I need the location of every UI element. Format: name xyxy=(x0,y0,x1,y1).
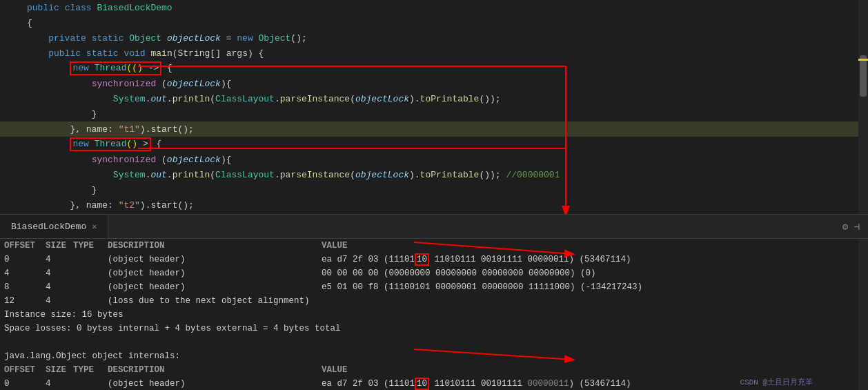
tab-biasedlockdemo[interactable]: BiasedLockDemo ✕ xyxy=(0,215,108,239)
console-row-3: 12 4 (loss due to the next object alignm… xyxy=(0,294,868,308)
code-text: public static void main(String[] args) { xyxy=(24,48,868,59)
code-text: { xyxy=(24,18,868,28)
code-line: } xyxy=(0,106,868,121)
editor-scrollbar[interactable] xyxy=(858,0,868,214)
settings-gear-icon[interactable]: ⚙ ⊣ xyxy=(842,221,868,233)
thread2-line: new Thread() > { xyxy=(0,137,868,152)
watermark: CSDN @土且日月充羊 xyxy=(740,377,813,387)
console-header-row: OFFSET SIZE TYPE DESCRIPTION VALUE xyxy=(0,239,868,253)
space-losses: Space losses: 0 bytes internal + 4 bytes… xyxy=(0,322,868,335)
code-text: new Thread() > { xyxy=(24,137,868,151)
code-line: }, name: "t1").start(); xyxy=(0,121,868,137)
code-line: }, name: "t2").start(); xyxy=(0,197,868,213)
console-row-1: 4 4 (object header) 00 00 00 00 (0000000… xyxy=(0,266,868,280)
console-row-0: 0 4 (object header) ea d7 2f 03 (1110110… xyxy=(0,253,868,266)
console-scrollbar[interactable] xyxy=(858,239,868,390)
code-text: }, name: "t1").start(); xyxy=(24,124,868,135)
console-area: OFFSET SIZE TYPE DESCRIPTION VALUE 0 4 (… xyxy=(0,238,868,390)
code-line: private static Object objectLock = new O… xyxy=(0,30,868,46)
code-line: } xyxy=(0,182,868,197)
code-line: System.out.println(ClassLayout.parseInst… xyxy=(0,91,868,106)
code-text: public class BiasedLockDemo xyxy=(24,3,868,13)
code-text: System.out.println(ClassLayout.parseInst… xyxy=(24,170,868,180)
console-row-2: 8 4 (object header) e5 01 00 f8 (1110010… xyxy=(0,280,868,294)
col-offset: OFFSET xyxy=(4,241,46,251)
code-text: } xyxy=(24,109,868,119)
code-text: } xyxy=(24,185,868,195)
code-text: private static Object objectLock = new O… xyxy=(24,33,868,43)
col-desc: DESCRIPTION xyxy=(108,241,322,251)
code-line: { xyxy=(0,15,868,30)
code-text: System.out.println(ClassLayout.parseInst… xyxy=(24,94,868,104)
code-text: }, name: "t2").start(); xyxy=(24,200,868,211)
blank-line xyxy=(0,335,868,349)
editor-area: public class BiasedLockDemo { private st… xyxy=(0,0,868,214)
thread1-line: new Thread(() -> { xyxy=(0,61,868,76)
code-line: public static void main(String[] args) { xyxy=(0,46,868,61)
code-line: synchronized (objectLock){ xyxy=(0,76,868,91)
tab-bar: BiasedLockDemo ✕ ⚙ ⊣ xyxy=(0,214,868,238)
tab-label: BiasedLockDemo xyxy=(11,222,86,232)
instance-size: Instance size: 16 bytes xyxy=(0,308,868,322)
col-type: TYPE xyxy=(73,241,108,251)
console2-row-0: 0 4 (object header) ea d7 2f 03 (1110110… xyxy=(0,377,868,390)
code-text: new Thread(() -> { xyxy=(24,61,868,75)
console-header-row-2: OFFSET SIZE TYPE DESCRIPTION VALUE xyxy=(0,363,868,377)
code-text: synchronized (objectLock){ xyxy=(24,155,868,165)
code-line: public class BiasedLockDemo xyxy=(0,0,868,15)
java-lang-object-label: java.lang.Object object internals: xyxy=(0,349,868,363)
tab-close-icon[interactable]: ✕ xyxy=(86,222,97,232)
code-text: synchronized (objectLock){ xyxy=(24,79,868,89)
col-size: SIZE xyxy=(46,241,73,251)
col-value: VALUE xyxy=(322,241,348,251)
code-line: synchronized (objectLock){ xyxy=(0,152,868,167)
code-line: System.out.println(ClassLayout.parseInst… xyxy=(0,167,868,182)
